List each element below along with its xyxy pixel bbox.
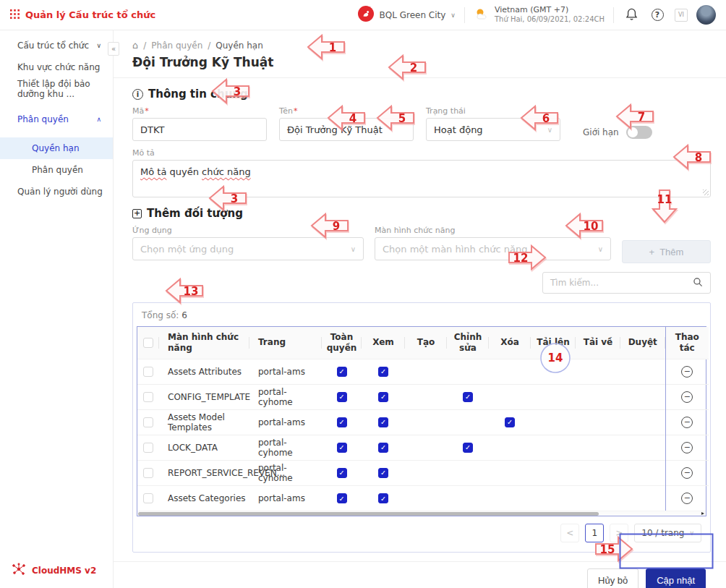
permission-checkbox[interactable]: ✓ xyxy=(378,493,388,503)
status-select[interactable]: Hoạt động ∨ xyxy=(426,118,560,141)
permissions-table: Màn hình chức năngTrangToàn quyềnXemTạoC… xyxy=(137,327,709,511)
sidebar-item-label: Phân quyền xyxy=(32,165,83,175)
permission-checkbox[interactable]: ✓ xyxy=(337,417,347,427)
row-select-checkbox[interactable] xyxy=(143,493,153,503)
remove-row-button[interactable]: − xyxy=(681,467,693,479)
screen-select[interactable]: Chọn một màn hình chức năng ∨ xyxy=(375,237,611,260)
pagination-next-button[interactable]: > xyxy=(610,524,628,542)
permission-checkbox[interactable]: ✓ xyxy=(378,468,388,478)
permission-cell xyxy=(531,409,576,435)
sidebar-collapse-button[interactable]: « xyxy=(108,42,119,56)
pagination-prev-button[interactable]: < xyxy=(560,524,579,542)
permission-cell: ✓ xyxy=(447,384,489,409)
permission-cell xyxy=(531,435,576,460)
permission-checkbox[interactable]: ✓ xyxy=(378,367,388,377)
remove-row-button[interactable]: − xyxy=(681,493,693,504)
limit-toggle[interactable] xyxy=(626,126,652,139)
general-info-section-header: i Thông tin chung xyxy=(132,88,711,101)
home-icon[interactable]: ⌂ xyxy=(132,40,138,51)
sidebar-item[interactable]: Khu vực chức năng xyxy=(0,56,113,78)
column-header: Tải lên xyxy=(531,327,576,359)
select-all-checkbox[interactable] xyxy=(143,338,153,348)
row-select-checkbox[interactable] xyxy=(143,367,153,377)
screen-label: Màn hình chức năng xyxy=(375,226,611,235)
sidebar-item[interactable]: Phân quyền∧ xyxy=(0,108,113,130)
column-header: Chỉnh sửa xyxy=(447,327,489,359)
sidebar-item[interactable]: Thiết lập đội bảo dưỡng khu ... xyxy=(0,78,113,100)
remove-row-button[interactable]: − xyxy=(681,417,693,428)
code-input[interactable]: DTKT xyxy=(132,118,267,141)
permission-checkbox[interactable]: ✓ xyxy=(463,443,473,453)
remove-row-button[interactable]: − xyxy=(681,366,693,378)
sidebar-item[interactable]: Quản lý người dùng xyxy=(0,181,113,203)
total-count: Tổng số:6 xyxy=(133,303,710,326)
remove-row-button[interactable]: − xyxy=(681,442,693,453)
permission-checkbox[interactable]: ✓ xyxy=(337,443,347,453)
help-button[interactable]: ? xyxy=(649,7,666,24)
pagination-page-1[interactable]: 1 xyxy=(585,524,604,542)
permission-cell xyxy=(405,359,447,384)
total-value: 6 xyxy=(182,310,187,320)
row-select-checkbox[interactable] xyxy=(143,468,153,478)
permission-cell: ✓ xyxy=(362,460,405,485)
app-switcher[interactable]: Quản lý Cấu trúc tổ chức xyxy=(10,9,155,21)
section-title: Thông tin chung xyxy=(148,88,248,101)
scrollbar-thumb[interactable] xyxy=(138,512,599,516)
permission-cell xyxy=(447,409,489,435)
row-select-checkbox[interactable] xyxy=(143,443,153,453)
breadcrumb-item[interactable]: Phân quyền xyxy=(151,41,202,51)
sidebar-item[interactable]: Cấu trúc tổ chức∨ xyxy=(0,35,113,56)
permission-cell xyxy=(620,485,665,511)
main-content: ⌂ / Phân quyền / Quyền hạn Đội Trưởng Kỹ… xyxy=(114,30,726,588)
permission-checkbox[interactable]: ✓ xyxy=(378,417,388,427)
sidebar-item-label: Phân quyền xyxy=(17,114,69,124)
row-select-checkbox[interactable] xyxy=(143,417,153,427)
permission-cell xyxy=(405,435,447,460)
sidebar-item[interactable]: Phân quyền xyxy=(0,159,113,181)
permission-checkbox[interactable]: ✓ xyxy=(337,468,347,478)
permission-cell: ✓ xyxy=(489,409,531,435)
update-button[interactable]: Cập nhật xyxy=(646,568,706,588)
org-name: BQL Green City xyxy=(379,10,445,20)
notifications-button[interactable] xyxy=(623,7,640,24)
permission-cell xyxy=(489,359,531,384)
app-title-text: Quản lý Cấu trúc tổ chức xyxy=(25,9,155,20)
page-title: Đội Trưởng Kỹ Thuật xyxy=(132,55,711,69)
locale-info: Vietnam (GMT +7) Thứ Hai, 06/09/2021, 02… xyxy=(474,5,605,24)
horizontal-scrollbar[interactable] xyxy=(137,511,706,516)
app-select[interactable]: Chọn một ứng dụng ∨ xyxy=(132,237,364,260)
column-header: Duyệt xyxy=(620,327,665,359)
permission-checkbox[interactable]: ✓ xyxy=(337,367,347,377)
description-text: Mô tả quyền chức năng xyxy=(140,166,251,177)
permission-cell xyxy=(489,384,531,409)
bell-icon xyxy=(625,7,638,23)
permission-checkbox[interactable]: ✓ xyxy=(337,392,347,402)
permission-checkbox[interactable]: ✓ xyxy=(337,493,347,503)
permission-checkbox[interactable]: ✓ xyxy=(463,392,473,402)
description-textarea[interactable]: Mô tả quyền chức năng xyxy=(132,160,711,197)
remove-row-button[interactable]: − xyxy=(681,391,693,403)
scrollbar-end-arrow-icon xyxy=(701,512,704,515)
search-input[interactable]: Tìm kiếm... xyxy=(542,272,711,294)
section-title: Thêm đối tượng xyxy=(147,207,243,220)
permission-cell xyxy=(531,384,576,409)
org-selector[interactable]: BQL Green City ∨ xyxy=(358,6,455,24)
avatar[interactable] xyxy=(696,5,716,25)
page-cell: portal-cyhome xyxy=(249,460,322,485)
description-label: Mô tả xyxy=(132,148,711,158)
sidebar-item-label: Quyền hạn xyxy=(32,143,80,153)
permission-checkbox[interactable]: ✓ xyxy=(505,417,515,427)
page-size-select[interactable]: 10 / trang ∨ xyxy=(634,524,701,542)
name-input[interactable]: Đội Trưởng Kỹ Thuật xyxy=(279,118,414,141)
sidebar-item[interactable]: Quyền hạn xyxy=(0,137,113,159)
cancel-button[interactable]: Hủy bỏ xyxy=(587,568,639,588)
sidebar-item-label: Cấu trúc tổ chức xyxy=(17,41,89,51)
permission-checkbox[interactable]: ✓ xyxy=(378,443,388,453)
permission-cell xyxy=(620,384,665,409)
row-select-checkbox[interactable] xyxy=(143,392,153,402)
language-selector[interactable]: VI xyxy=(675,9,688,22)
add-button[interactable]: + Thêm xyxy=(622,240,711,263)
permission-checkbox[interactable]: ✓ xyxy=(378,392,388,402)
permission-cell: ✓ xyxy=(362,384,405,409)
divider xyxy=(464,7,465,23)
